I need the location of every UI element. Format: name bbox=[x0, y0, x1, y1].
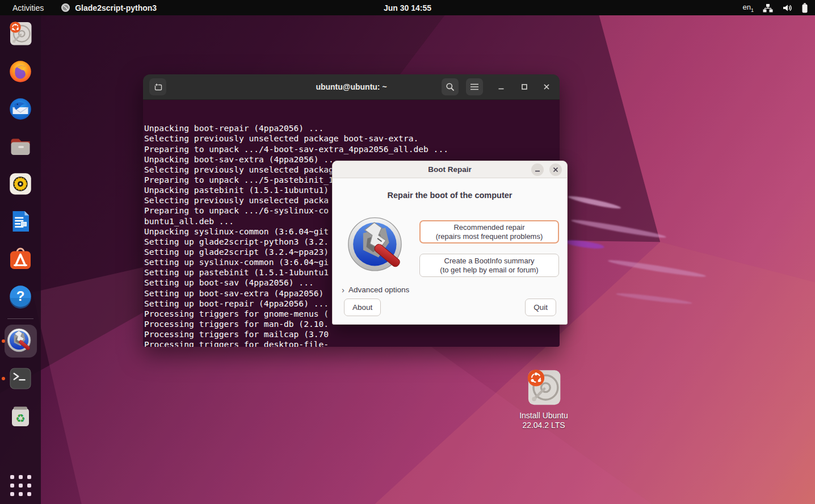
bootinfo-sublabel: (to get help by email or forum) bbox=[440, 266, 538, 275]
clock[interactable]: Jun 30 14:55 bbox=[384, 3, 431, 12]
recommended-repair-button[interactable]: Recommended repair (repairs most frequen… bbox=[419, 220, 559, 243]
install-ubuntu-icon bbox=[523, 369, 565, 409]
grid-dot bbox=[27, 492, 31, 496]
quit-button[interactable]: Quit bbox=[525, 299, 556, 316]
recommended-repair-label: Recommended repair bbox=[453, 223, 524, 232]
grid-dot bbox=[19, 492, 23, 496]
search-button[interactable] bbox=[442, 78, 459, 95]
help-icon: ? bbox=[7, 283, 34, 310]
advanced-options-expander[interactable]: › Advanced options bbox=[342, 285, 409, 295]
chevron-right-icon: › bbox=[342, 285, 345, 295]
bootinfo-summary-button[interactable]: Create a BootInfo summary (to get help b… bbox=[419, 254, 559, 277]
grid-dot bbox=[10, 484, 14, 488]
new-tab-button[interactable] bbox=[149, 78, 166, 95]
desktop-icon-label: Install Ubuntu 22.04.2 LTS bbox=[514, 411, 574, 430]
keyboard-layout-indicator[interactable]: en1 bbox=[743, 3, 754, 13]
top-bar: Activities Glade2script-python3 Jun 30 1… bbox=[0, 0, 815, 15]
ubuntu-software-icon bbox=[7, 245, 34, 272]
close-icon bbox=[543, 83, 551, 91]
files-icon bbox=[7, 133, 34, 160]
dock-item-thunderbird[interactable] bbox=[0, 90, 41, 128]
dock-item-libreoffice-writer[interactable] bbox=[0, 203, 41, 240]
maximize-icon bbox=[520, 83, 528, 91]
terminal-line: Unpacking boot-repair (4ppa2056) ... bbox=[144, 123, 560, 133]
firefox-icon bbox=[7, 58, 34, 85]
dock-item-boot-repair[interactable] bbox=[0, 322, 41, 360]
dock-item-rhythmbox[interactable] bbox=[0, 165, 41, 203]
hamburger-menu-icon bbox=[470, 83, 479, 91]
volume-icon bbox=[782, 3, 792, 12]
search-icon bbox=[446, 82, 455, 91]
dock-item-ubuntu-software[interactable] bbox=[0, 240, 41, 278]
terminal-titlebar[interactable]: ubuntu@ubuntu: ~ bbox=[143, 74, 560, 100]
libreoffice-writer-icon bbox=[7, 208, 34, 235]
recommended-repair-sublabel: (repairs most frequent problems) bbox=[436, 232, 543, 241]
dock-separator bbox=[7, 318, 33, 319]
grid-dot bbox=[19, 475, 23, 479]
maximize-button[interactable] bbox=[516, 78, 533, 95]
dialog-titlebar[interactable]: Boot Repair bbox=[333, 161, 567, 178]
network-icon bbox=[763, 3, 773, 12]
trash-icon: ♻ bbox=[7, 402, 34, 430]
dock-item-firefox[interactable] bbox=[0, 53, 41, 90]
install-ubuntu-icon bbox=[7, 20, 34, 48]
running-indicator-dot bbox=[2, 377, 5, 380]
dialog-title: Boot Repair bbox=[428, 165, 472, 174]
dialog-close-button[interactable] bbox=[549, 163, 562, 176]
battery-icon bbox=[801, 3, 808, 13]
desktop: Install Ubuntu 22.04.2 LTS ubuntu@ubuntu… bbox=[0, 0, 815, 504]
grid-dot bbox=[27, 475, 31, 479]
app-icon bbox=[61, 3, 70, 12]
new-tab-icon bbox=[153, 82, 163, 92]
system-status-area[interactable]: en1 bbox=[743, 3, 808, 13]
close-icon bbox=[552, 166, 559, 173]
focused-app-label: Glade2script-python3 bbox=[75, 3, 157, 12]
dock-item-install-ubuntu[interactable] bbox=[0, 15, 41, 53]
grid-dot bbox=[27, 484, 31, 488]
activities-button[interactable]: Activities bbox=[10, 3, 46, 12]
terminal-line: Processing triggers for mailcap (3.70 bbox=[144, 329, 560, 339]
svg-text:♻: ♻ bbox=[15, 412, 25, 425]
grid-dot bbox=[19, 484, 23, 488]
terminal-icon bbox=[7, 365, 34, 392]
show-applications-button[interactable] bbox=[10, 475, 31, 496]
close-button[interactable] bbox=[538, 78, 555, 95]
advanced-options-label: Advanced options bbox=[348, 285, 409, 294]
dock-item-help[interactable]: ? bbox=[0, 278, 41, 315]
dialog-heading: Repair the boot of the computer bbox=[333, 191, 567, 200]
dialog-minimize-button[interactable] bbox=[531, 163, 544, 176]
grid-dot bbox=[10, 492, 14, 496]
minimize-button[interactable] bbox=[493, 78, 510, 95]
dock-item-files[interactable] bbox=[0, 128, 41, 165]
boot-repair-dialog: Boot Repair Repair the boot of the compu… bbox=[332, 161, 568, 325]
terminal-line: Selecting previously unselected package … bbox=[144, 133, 560, 144]
bootinfo-label: Create a BootInfo summary bbox=[444, 257, 535, 266]
dock-item-terminal[interactable] bbox=[0, 360, 41, 397]
thunderbird-icon bbox=[7, 95, 34, 123]
dock-item-trash[interactable]: ♻ bbox=[0, 397, 41, 435]
running-indicator-dot bbox=[2, 339, 5, 343]
svg-text:?: ? bbox=[16, 288, 25, 304]
terminal-line: Preparing to unpack .../4-boot-sav-extra… bbox=[144, 144, 560, 154]
grid-dot bbox=[10, 475, 14, 479]
dock: ? bbox=[0, 15, 41, 504]
boot-repair-icon bbox=[7, 327, 34, 355]
rhythmbox-icon bbox=[7, 170, 34, 198]
terminal-line: Processing triggers for desktop-file- bbox=[144, 339, 560, 347]
minimize-icon bbox=[497, 83, 505, 91]
about-button[interactable]: About bbox=[344, 299, 381, 316]
desktop-icon-install-ubuntu[interactable]: Install Ubuntu 22.04.2 LTS bbox=[514, 369, 574, 430]
focused-app-menu[interactable]: Glade2script-python3 bbox=[61, 3, 157, 12]
minimize-icon bbox=[534, 166, 541, 173]
boot-repair-logo-icon bbox=[347, 215, 409, 278]
menu-button[interactable] bbox=[466, 78, 483, 95]
